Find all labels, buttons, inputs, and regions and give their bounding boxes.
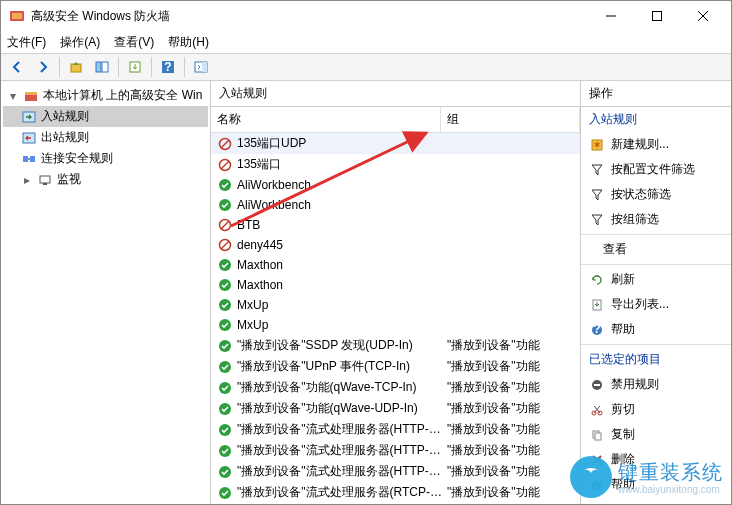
rule-row[interactable]: "播放到设备"流式处理服务器(RTCP-Stre..."播放到设备"功能	[211, 482, 580, 503]
rule-name: "播放到设备"流式处理服务器(HTTP-Stre...	[237, 463, 447, 480]
svg-rect-18	[23, 156, 28, 162]
svg-rect-21	[40, 176, 50, 183]
up-button[interactable]	[64, 56, 88, 78]
delete-icon	[589, 452, 605, 468]
rule-row[interactable]: 135端口	[211, 154, 580, 175]
rules-list-pane: 入站规则 名称 组 135端口UDP135端口AliWorkbenchAliWo…	[211, 81, 581, 504]
action-filter-profile[interactable]: 按配置文件筛选	[581, 157, 731, 182]
block-icon	[217, 237, 233, 253]
svg-rect-7	[96, 62, 101, 72]
rule-name: "播放到设备"流式处理服务器(HTTP-Stre...	[237, 442, 447, 459]
filter-icon	[589, 212, 605, 228]
rule-name: Maxthon	[237, 258, 447, 272]
action-new-rule[interactable]: ✶新建规则...	[581, 132, 731, 157]
divider	[581, 344, 731, 345]
action-pane-button[interactable]	[189, 56, 213, 78]
refresh-icon	[589, 272, 605, 288]
tree-connection-security[interactable]: 连接安全规则	[3, 148, 208, 169]
action-cut[interactable]: 剪切	[581, 397, 731, 422]
show-hide-tree-button[interactable]	[90, 56, 114, 78]
svg-rect-57	[595, 433, 601, 440]
block-icon	[217, 136, 233, 152]
rule-row[interactable]: "播放到设备"流式处理服务器(HTTP-Stre..."播放到设备"功能	[211, 419, 580, 440]
tree-consec-label: 连接安全规则	[41, 150, 113, 167]
toolbar-separator	[59, 57, 60, 77]
svg-text:?: ?	[593, 479, 600, 491]
expand-icon[interactable]: ▸	[21, 173, 33, 187]
help-icon: ?	[589, 477, 605, 493]
new-rule-icon: ✶	[589, 137, 605, 153]
collapse-icon[interactable]: ▾	[7, 89, 19, 103]
rule-row[interactable]: AliWorkbench	[211, 175, 580, 195]
menu-help[interactable]: 帮助(H)	[168, 34, 209, 51]
forward-button[interactable]	[31, 56, 55, 78]
action-copy[interactable]: 复制	[581, 422, 731, 447]
rule-row[interactable]: "播放到设备"流式处理服务器(HTTP-Stre..."播放到设备"功能	[211, 440, 580, 461]
toolbar-separator	[151, 57, 152, 77]
tree-inbound-label: 入站规则	[41, 108, 89, 125]
rule-row[interactable]: Maxthon	[211, 255, 580, 275]
close-button[interactable]	[689, 6, 717, 26]
rule-row[interactable]: Maxthon	[211, 275, 580, 295]
action-view[interactable]: 查看	[581, 237, 731, 262]
help-button[interactable]: ?	[156, 56, 180, 78]
action-filter-group[interactable]: 按组筛选	[581, 207, 731, 232]
cut-icon	[589, 402, 605, 418]
block-icon	[217, 157, 233, 173]
filter-icon	[589, 162, 605, 178]
rule-row[interactable]: "播放到设备"流式处理服务器(HTTP-Stre..."播放到设备"功能	[211, 461, 580, 482]
menu-view[interactable]: 查看(V)	[114, 34, 154, 51]
action-help2[interactable]: ?帮助	[581, 472, 731, 497]
column-headers: 名称 组	[211, 107, 580, 133]
rule-row[interactable]: AliWorkbench	[211, 195, 580, 215]
rule-row[interactable]: BTB	[211, 215, 580, 235]
nav-tree: ▾ 本地计算机 上的高级安全 Win 入站规则 出站规则 连接安全规则 ▸ 监视	[1, 81, 211, 504]
firewall-icon	[23, 88, 39, 104]
tree-root-label: 本地计算机 上的高级安全 Win	[43, 87, 202, 104]
action-help[interactable]: ?帮助	[581, 317, 731, 342]
allow-icon	[217, 277, 233, 293]
tree-root[interactable]: ▾ 本地计算机 上的高级安全 Win	[3, 85, 208, 106]
allow-icon	[217, 297, 233, 313]
rule-name: Maxthon	[237, 278, 447, 292]
allow-icon	[217, 338, 233, 354]
rule-row[interactable]: MxUp	[211, 315, 580, 335]
rule-row[interactable]: 135端口UDP	[211, 133, 580, 154]
actions-section-inbound: 入站规则	[581, 107, 731, 132]
rule-group: "播放到设备"功能	[447, 400, 574, 417]
tree-monitoring[interactable]: ▸ 监视	[3, 169, 208, 190]
app-icon	[9, 8, 25, 24]
disable-icon	[589, 377, 605, 393]
rule-row[interactable]: "播放到设备"功能(qWave-UDP-In)"播放到设备"功能	[211, 398, 580, 419]
inbound-icon	[21, 109, 37, 125]
col-name[interactable]: 名称	[211, 107, 441, 132]
action-disable[interactable]: 禁用规则	[581, 372, 731, 397]
rule-name: "播放到设备"UPnP 事件(TCP-In)	[237, 358, 447, 375]
back-button[interactable]	[5, 56, 29, 78]
rule-row[interactable]: MxUp	[211, 295, 580, 315]
export-button[interactable]	[123, 56, 147, 78]
action-delete[interactable]: 删除	[581, 447, 731, 472]
list-title: 入站规则	[211, 81, 580, 107]
minimize-button[interactable]	[597, 6, 625, 26]
rule-group: "播放到设备"功能	[447, 484, 574, 501]
maximize-button[interactable]	[643, 6, 671, 26]
rule-row[interactable]: "播放到设备"SSDP 发现(UDP-In)"播放到设备"功能	[211, 335, 580, 356]
rule-row[interactable]: "播放到设备"功能(qWave-TCP-In)"播放到设备"功能	[211, 377, 580, 398]
divider	[581, 234, 731, 235]
rule-name: AliWorkbench	[237, 198, 447, 212]
copy-icon	[589, 427, 605, 443]
block-icon	[217, 217, 233, 233]
menu-action[interactable]: 操作(A)	[60, 34, 100, 51]
col-group[interactable]: 组	[441, 107, 580, 132]
action-export[interactable]: 导出列表...	[581, 292, 731, 317]
action-refresh[interactable]: 刷新	[581, 267, 731, 292]
tree-outbound-rules[interactable]: 出站规则	[3, 127, 208, 148]
tree-inbound-rules[interactable]: 入站规则	[3, 106, 208, 127]
menu-file[interactable]: 文件(F)	[7, 34, 46, 51]
allow-icon	[217, 464, 233, 480]
rule-row[interactable]: "播放到设备"UPnP 事件(TCP-In)"播放到设备"功能	[211, 356, 580, 377]
action-filter-state[interactable]: 按状态筛选	[581, 182, 731, 207]
rule-group: "播放到设备"功能	[447, 442, 574, 459]
rule-row[interactable]: deny445	[211, 235, 580, 255]
